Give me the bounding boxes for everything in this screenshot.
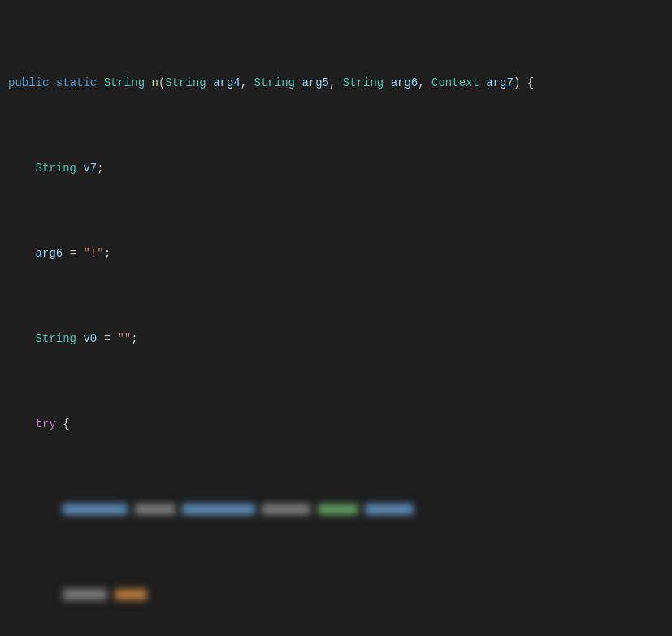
line-string-v7: String v7; xyxy=(0,160,672,177)
line-method-signature: public static String n(String arg4, Stri… xyxy=(0,75,672,92)
line-try-1: try { xyxy=(0,416,672,433)
code-container: public static String n(String arg4, Stri… xyxy=(0,0,672,636)
line-blurred-2 xyxy=(0,586,672,604)
line-blurred-1 xyxy=(0,501,672,518)
line-arg6-assign: arg6 = "!"; xyxy=(0,245,672,262)
code-area: public static String n(String arg4, Stri… xyxy=(0,0,672,636)
line-string-v0: String v0 = ""; xyxy=(0,331,672,348)
